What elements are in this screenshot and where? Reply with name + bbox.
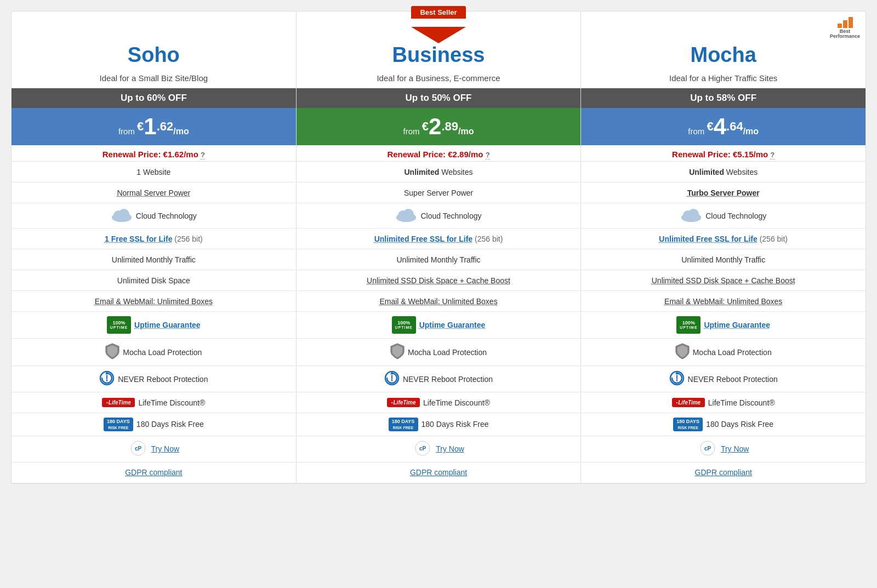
- feature-row: Normal Server Power: [12, 182, 296, 203]
- feature-row: GDPR compliant: [581, 463, 865, 483]
- feature-row: Unlimited Monthly Traffic: [12, 249, 296, 270]
- uptime-badge: 100% UPTIME: [676, 316, 701, 334]
- feature-ssl: 1 Free SSL for Life (256 bit): [105, 235, 203, 243]
- feature-row: GDPR compliant: [12, 463, 296, 483]
- plan-soho: Soho Ideal for a Small Biz Site/Blog Up …: [11, 11, 297, 484]
- svg-text:cP: cP: [419, 446, 426, 452]
- feature-row: Unlimited SSD Disk Space + Cache Boost: [297, 270, 581, 291]
- feature-row: 100% UPTIME Uptime Guarantee: [297, 312, 581, 339]
- feature-row: Cloud Technology: [297, 203, 581, 229]
- feature-row: Email & WebMail: Unlimited Boxes: [581, 291, 865, 312]
- ssl-bit: (256 bit): [174, 235, 202, 243]
- plans-container: Soho Ideal for a Small Biz Site/Blog Up …: [11, 11, 866, 484]
- feature-row: Cloud Technology: [581, 203, 865, 229]
- shield-text: Mocha Load Protection: [123, 348, 202, 357]
- svg-point-13: [396, 213, 416, 222]
- cpanel-icon: cP: [698, 441, 717, 458]
- ssl-link[interactable]: 1 Free SSL for Life: [105, 235, 172, 243]
- feature-text: Unlimited Monthly Traffic: [397, 255, 481, 264]
- server-power-text: Super Server Power: [404, 189, 473, 197]
- reboot-icon: [669, 370, 685, 387]
- days180-badge: 180 DAYS RISK FREE: [104, 418, 133, 431]
- plan-tagline: Ideal for a Business, E-commerce: [297, 69, 581, 88]
- cloud-icon: [111, 208, 133, 224]
- try-now-link[interactable]: Try Now: [436, 444, 464, 453]
- feature-row: NEVER Reboot Protection: [12, 366, 296, 392]
- price-symbol: €: [137, 119, 144, 133]
- feature-text: Email & WebMail: Unlimited Boxes: [664, 297, 782, 306]
- feature-row: Turbo Server Power: [581, 182, 865, 203]
- feature-row: 100% UPTIME Uptime Guarantee: [12, 312, 296, 339]
- renewal-question[interactable]: ?: [770, 151, 775, 159]
- lifetime-badge: •LifeTime: [387, 398, 420, 407]
- ssl-link[interactable]: Unlimited Free SSL for Life: [659, 235, 757, 243]
- renewal-question[interactable]: ?: [486, 151, 490, 159]
- feature-text: Cloud Technology: [136, 212, 197, 220]
- price-bar: from €4.64/mo: [581, 108, 865, 145]
- lifetime-badge: •LifeTime: [102, 398, 135, 407]
- feature-row: Unlimited Monthly Traffic: [297, 249, 581, 270]
- feature-text: Email & WebMail: Unlimited Boxes: [379, 297, 497, 306]
- feature-row: 180 DAYS RISK FREE 180 Days Risk Free: [581, 413, 865, 436]
- feature-row: Mocha Load Protection: [12, 339, 296, 366]
- gdpr-link[interactable]: GDPR compliant: [410, 468, 467, 477]
- try-now-link[interactable]: Try Now: [151, 444, 180, 453]
- uptime-badge: 100% UPTIME: [107, 316, 131, 334]
- shield-text: Mocha Load Protection: [408, 348, 487, 357]
- ssl-link[interactable]: Unlimited Free SSL for Life: [374, 235, 472, 243]
- plan-tagline: Ideal for a Higher Traffic Sites: [581, 69, 865, 88]
- bestseller-triangle: [411, 27, 466, 43]
- discount-bar: Up to 58% OFF: [581, 88, 865, 108]
- shield-text: Mocha Load Protection: [693, 348, 772, 357]
- feature-row: 180 DAYS RISK FREE 180 Days Risk Free: [12, 413, 296, 436]
- feature-text: Unlimited SSD Disk Space + Cache Boost: [367, 276, 510, 285]
- try-now-link[interactable]: Try Now: [721, 444, 749, 453]
- reboot-icon: [384, 370, 400, 387]
- feature-row: Unlimited SSD Disk Space + Cache Boost: [581, 270, 865, 291]
- plan-name: Mocha: [588, 43, 859, 67]
- feature-text: Unlimited Monthly Traffic: [681, 255, 765, 264]
- cpanel-icon: cP: [128, 441, 148, 458]
- feature-row: Mocha Load Protection: [581, 339, 865, 366]
- days180-badge: 180 DAYS RISK FREE: [389, 418, 418, 431]
- svg-point-23: [681, 213, 701, 222]
- badge-area: Best Seller: [297, 12, 581, 39]
- uptime-text: Uptime Guarantee: [134, 321, 201, 329]
- bestseller-banner: Best Seller: [411, 6, 466, 39]
- days180-text: 180 Days Risk Free: [706, 420, 773, 429]
- cloud-icon: [680, 208, 702, 224]
- feature-text: Unlimited Disk Space: [117, 276, 190, 285]
- renewal-question[interactable]: ?: [201, 151, 205, 159]
- price-symbol: €: [422, 119, 429, 133]
- renewal-price: Renewal Price: €5.15/mo ?: [581, 145, 865, 162]
- feature-row: Unlimited Websites: [297, 162, 581, 182]
- renewal-price: Renewal Price: €1.62/mo ?: [12, 145, 296, 162]
- price-from: from: [118, 127, 137, 136]
- feature-row: 180 DAYS RISK FREE 180 Days Risk Free: [297, 413, 581, 436]
- price-from: from: [688, 127, 707, 136]
- price-decimal: .89: [441, 119, 458, 133]
- ssl-bit: (256 bit): [475, 235, 503, 243]
- lifetime-text: LifeTime Discount®: [708, 398, 775, 407]
- reboot-text: NEVER Reboot Protection: [403, 375, 493, 384]
- reboot-text: NEVER Reboot Protection: [118, 375, 208, 384]
- feature-text: 1 Website: [136, 168, 170, 176]
- renewal-price: Renewal Price: €2.89/mo ?: [297, 145, 581, 162]
- lifetime-text: LifeTime Discount®: [138, 398, 205, 407]
- feature-ssl: Unlimited Free SSL for Life (256 bit): [374, 235, 503, 243]
- feature-row: cP Try Now: [581, 436, 865, 463]
- feature-ssl: Unlimited Free SSL for Life (256 bit): [659, 235, 788, 243]
- gdpr-link[interactable]: GDPR compliant: [125, 468, 182, 477]
- plan-header: Soho: [12, 39, 296, 69]
- feature-row: 1 Free SSL for Life (256 bit): [12, 229, 296, 249]
- uptime-text: Uptime Guarantee: [419, 321, 486, 329]
- badge-area: Best Performance: [581, 12, 865, 39]
- gdpr-link[interactable]: GDPR compliant: [695, 468, 752, 477]
- feature-text: Unlimited Websites: [689, 168, 758, 176]
- days180-badge: 180 DAYS RISK FREE: [673, 418, 703, 431]
- feature-row: •LifeTime LifeTime Discount®: [581, 392, 865, 413]
- price-period: /mo: [173, 127, 189, 136]
- feature-row: GDPR compliant: [297, 463, 581, 483]
- price-from: from: [403, 127, 422, 136]
- feature-row: Unlimited Monthly Traffic: [581, 249, 865, 270]
